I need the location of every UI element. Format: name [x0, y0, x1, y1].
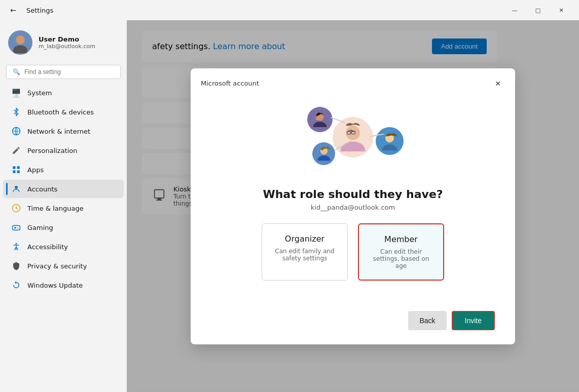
sidebar-item-label: Bluetooth & devices: [27, 108, 94, 116]
avatar: [8, 30, 32, 55]
svg-point-8: [15, 186, 18, 189]
sidebar-item-gaming[interactable]: Gaming: [3, 218, 124, 237]
user-info: User Demo m_lab@outlook.com: [39, 35, 95, 50]
sidebar-item-label: Apps: [27, 166, 44, 174]
sidebar-item-privacy[interactable]: Privacy & security: [3, 257, 124, 275]
svg-point-12: [18, 228, 19, 229]
role-card-member[interactable]: Member Can edit their settings, based on…: [358, 223, 444, 281]
bluetooth-icon: [11, 107, 21, 117]
avatar-group: [302, 107, 404, 178]
main-panel: afety settings. Learn more about Add acc…: [127, 20, 579, 392]
content-area: User Demo m_lab@outlook.com 🔍 🖥️ System: [0, 20, 579, 392]
modal-body: What role should they have? kid__panda@o…: [191, 97, 515, 311]
sidebar-item-time[interactable]: Time & language: [3, 199, 124, 217]
user-email: m_lab@outlook.com: [39, 43, 95, 50]
window-controls: — □ ✕: [503, 2, 573, 18]
update-icon: [11, 280, 21, 290]
svg-rect-7: [17, 171, 20, 173]
avatar-bottom-left: [312, 142, 335, 165]
avatar-center: [333, 117, 373, 158]
role-options: Organizer Can edit family and safety set…: [262, 223, 444, 281]
modal-title: Microsoft account: [201, 80, 259, 87]
modal-header: Microsoft account ✕: [191, 68, 515, 97]
sidebar-item-personalization[interactable]: Personalization: [3, 141, 124, 160]
role-title: Member: [367, 234, 435, 244]
svg-rect-23: [351, 131, 355, 134]
user-name: User Demo: [39, 35, 95, 43]
system-icon: 🖥️: [11, 88, 21, 98]
sidebar-item-label: Gaming: [27, 224, 53, 231]
svg-rect-19: [316, 117, 317, 120]
close-button[interactable]: ✕: [550, 2, 573, 18]
back-button[interactable]: Back: [408, 311, 446, 330]
sidebar-item-label: Accounts: [27, 185, 57, 193]
modal-close-button[interactable]: ✕: [491, 76, 505, 91]
privacy-icon: [11, 261, 21, 271]
maximize-button[interactable]: □: [526, 2, 550, 18]
svg-rect-22: [347, 131, 351, 134]
svg-rect-6: [13, 171, 15, 173]
window-title: Settings: [26, 7, 53, 14]
user-profile[interactable]: User Demo m_lab@outlook.com: [0, 24, 127, 63]
gaming-icon: [11, 222, 21, 232]
search-icon: 🔍: [13, 68, 20, 75]
minimize-button[interactable]: —: [503, 2, 526, 18]
sidebar-item-update[interactable]: Windows Update: [3, 276, 124, 294]
sidebar-item-accounts[interactable]: Accounts: [3, 180, 124, 198]
modal-subtitle: kid__panda@outlook.com: [311, 204, 395, 211]
personalize-icon: [11, 145, 21, 155]
svg-point-11: [17, 227, 18, 228]
avatar-right: [376, 127, 404, 155]
search-box[interactable]: 🔍: [6, 65, 121, 79]
network-icon: [11, 126, 21, 136]
svg-rect-4: [13, 166, 15, 169]
invite-button[interactable]: Invite: [452, 311, 495, 330]
microsoft-account-modal: Microsoft account ✕: [191, 68, 515, 344]
apps-icon: [11, 165, 21, 175]
sidebar-item-label: Time & language: [27, 205, 84, 212]
sidebar-item-accessibility[interactable]: Accessibility: [3, 238, 124, 256]
role-description: Can edit family and safety settings: [270, 248, 339, 262]
sidebar-item-label: System: [27, 89, 52, 97]
modal-overlay: Microsoft account ✕: [127, 20, 579, 392]
back-button[interactable]: ←: [6, 3, 20, 17]
role-card-organizer[interactable]: Organizer Can edit family and safety set…: [262, 223, 348, 281]
sidebar-item-network[interactable]: Network & internet: [3, 122, 124, 140]
titlebar: ← Settings — □ ✕: [0, 0, 579, 20]
accounts-icon: [11, 184, 21, 194]
sidebar-item-label: Accessibility: [27, 243, 68, 251]
time-icon: [11, 203, 21, 213]
sidebar-item-label: Personalization: [27, 147, 78, 154]
accessibility-icon: [11, 242, 21, 252]
avatar-top-left: [307, 107, 333, 132]
search-input[interactable]: [24, 68, 114, 75]
sidebar-item-apps[interactable]: Apps: [3, 161, 124, 179]
role-title: Organizer: [270, 234, 339, 244]
modal-footer: Back Invite: [191, 311, 515, 344]
settings-window: ← Settings — □ ✕ User Demo: [0, 0, 579, 392]
modal-heading: What role should they have?: [263, 188, 443, 201]
sidebar: User Demo m_lab@outlook.com 🔍 🖥️ System: [0, 20, 127, 392]
role-description: Can edit their settings, based on age: [367, 248, 435, 269]
sidebar-item-system[interactable]: 🖥️ System: [3, 84, 124, 102]
svg-rect-5: [17, 166, 20, 169]
sidebar-item-label: Network & internet: [27, 128, 90, 135]
sidebar-item-bluetooth[interactable]: Bluetooth & devices: [3, 103, 124, 121]
sidebar-item-label: Privacy & security: [27, 262, 87, 270]
svg-point-1: [16, 35, 25, 45]
svg-point-13: [16, 243, 17, 245]
sidebar-item-label: Windows Update: [27, 282, 83, 289]
